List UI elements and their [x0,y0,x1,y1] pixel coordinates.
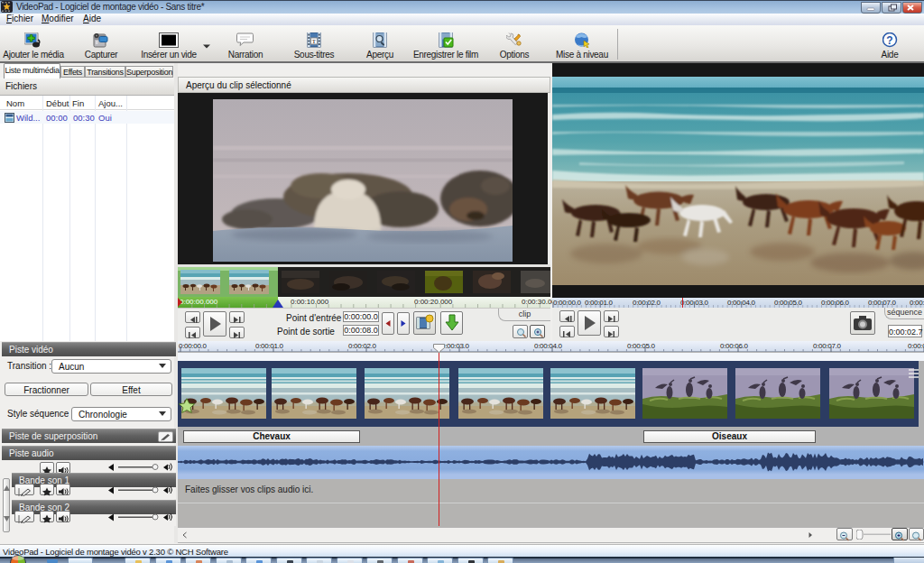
svg-text:?: ? [886,34,892,47]
svg-text:T: T [312,38,317,45]
